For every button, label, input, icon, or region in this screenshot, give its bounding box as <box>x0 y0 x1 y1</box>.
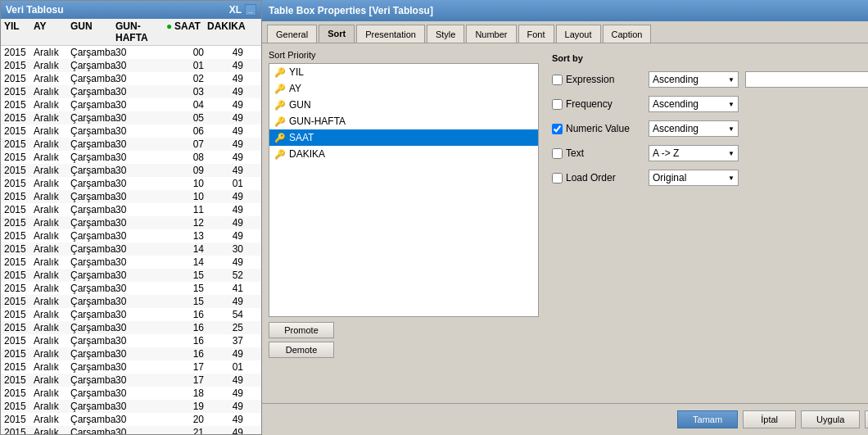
sortby-row: Text A -> Z ▼ <box>552 145 868 161</box>
sortby-label-text[interactable]: Text <box>552 147 642 159</box>
tab-general[interactable]: General <box>267 25 317 43</box>
sortby-checkbox-1[interactable] <box>552 99 563 110</box>
table-row: 2015 Aralık Çarşamba 30 15 52 <box>1 269 261 282</box>
sort-priority-label: Sort Priority <box>269 50 539 60</box>
sortby-label-load-order[interactable]: Load Order <box>552 172 642 184</box>
chevron-down-icon: ▼ <box>728 174 735 182</box>
demote-button[interactable]: Demote <box>269 342 334 358</box>
key-icon: 🔑 <box>274 67 286 78</box>
tab-style[interactable]: Style <box>427 25 464 43</box>
tab-layout[interactable]: Layout <box>556 25 601 43</box>
sortby-checkbox-3[interactable] <box>552 148 563 159</box>
table-row: 2015 Aralık Çarşamba 30 19 49 <box>1 400 261 413</box>
sort-list-item[interactable]: 🔑GUN <box>269 97 538 113</box>
sort-list[interactable]: 🔑YIL🔑AY🔑GUN🔑GUN-HAFTA🔑SAAT🔑DAKIKA <box>269 63 539 317</box>
table-row: 2015 Aralık Çarşamba 30 16 25 <box>1 321 261 334</box>
promote-button[interactable]: Promote <box>269 322 334 338</box>
expression-textbox[interactable] <box>745 71 868 88</box>
sortby-checkbox-4[interactable] <box>552 173 563 184</box>
table-row: 2015 Aralık Çarşamba 30 15 41 <box>1 282 261 295</box>
table-row: 2015 Aralık Çarşamba 30 18 49 <box>1 387 261 400</box>
table-row: 2015 Aralık Çarşamba 30 16 37 <box>1 334 261 347</box>
tab-sort[interactable]: Sort <box>319 25 355 43</box>
col-dot: ● <box>166 20 174 43</box>
sortby-label-text: Load Order <box>566 172 616 184</box>
table-row: 2015 Aralık Çarşamba 30 05 49 <box>1 111 261 125</box>
sort-list-item[interactable]: 🔑DAKIKA <box>269 146 538 162</box>
sortby-row: Load Order Original ▼ <box>552 170 868 186</box>
dialog-title: Table Box Properties [Veri Tablosu] <box>269 5 433 16</box>
table-row: 2015 Aralık Çarşamba 30 02 49 <box>1 72 261 85</box>
table-row: 2015 Aralık Çarşamba 30 13 49 <box>1 229 261 242</box>
table-data[interactable]: 2015 Aralık Çarşamba 30 00 49 2015 Aralı… <box>1 46 261 434</box>
chevron-down-icon: ▼ <box>728 150 735 157</box>
sortby-checkbox-0[interactable] <box>552 75 563 85</box>
dropdown-value: Ascending <box>653 123 698 134</box>
xl-icon: XL <box>229 4 242 16</box>
key-icon: 🔑 <box>274 84 286 94</box>
sortby-checkbox-2[interactable] <box>552 124 563 134</box>
table-row: 2015 Aralık Çarşamba 30 10 01 <box>1 177 261 190</box>
col-header-yil: YIL <box>4 20 34 43</box>
table-row: 2015 Aralık Çarşamba 30 00 49 <box>1 46 261 59</box>
dropdown-value: A -> Z <box>653 147 679 159</box>
help-button[interactable]: Yardım <box>865 410 868 428</box>
minimize-button[interactable]: _ <box>245 4 256 16</box>
sort-list-item[interactable]: 🔑GUN-HAFTA <box>269 113 538 129</box>
left-panel-title: Veri Tablosu <box>6 4 63 16</box>
ok-button[interactable]: Tamam <box>677 410 738 428</box>
sort-actions: Promote Demote <box>269 322 539 358</box>
sortby-label-frequency[interactable]: Frequency <box>552 98 642 110</box>
col-header-gun: GUN <box>70 20 115 43</box>
table-row: 2015 Aralık Çarşamba 30 17 49 <box>1 374 261 387</box>
sort-list-item[interactable]: 🔑YIL <box>269 64 538 80</box>
table-row: 2015 Aralık Çarşamba 30 08 49 <box>1 151 261 164</box>
tab-number[interactable]: Number <box>466 25 516 43</box>
apply-button[interactable]: Uygula <box>801 410 860 428</box>
tabs-bar: GeneralSortPresentationStyleNumberFontLa… <box>262 21 868 43</box>
sort-list-item[interactable]: 🔑AY <box>269 80 538 97</box>
dialog-footer: Tamam İptal Uygula Yardım <box>262 403 868 435</box>
sortby-dropdown-4[interactable]: Original ▼ <box>649 170 739 186</box>
sortby-label-text: Frequency <box>566 98 613 110</box>
tab-font[interactable]: Font <box>518 25 554 43</box>
sortby-panel: Sort by Expression Ascending ▼ Frequency… <box>545 50 868 396</box>
table-row: 2015 Aralık Çarşamba 30 17 01 <box>1 360 261 374</box>
sort-list-item[interactable]: 🔑SAAT <box>269 129 538 146</box>
left-panel-titlebar: Veri Tablosu XL _ <box>1 1 261 19</box>
table-row: 2015 Aralık Çarşamba 30 03 49 <box>1 85 261 98</box>
sortby-label-text: Text <box>566 147 584 159</box>
sortby-title: Sort by <box>552 53 868 63</box>
sort-item-label: GUN-HAFTA <box>289 116 346 127</box>
sortby-dropdown-0[interactable]: Ascending ▼ <box>649 71 739 88</box>
veri-tablosu-panel: Veri Tablosu XL _ YIL AY GUN GUN-HAFTA ●… <box>0 0 262 435</box>
sortby-label-numeric-value[interactable]: Numeric Value <box>552 123 642 134</box>
tab-presentation[interactable]: Presentation <box>356 25 425 43</box>
chevron-down-icon: ▼ <box>728 125 735 133</box>
sort-item-label: AY <box>289 83 301 94</box>
key-icon: 🔑 <box>274 133 286 143</box>
table-row: 2015 Aralık Çarşamba 30 09 49 <box>1 164 261 177</box>
sortby-dropdown-1[interactable]: Ascending ▼ <box>649 96 739 112</box>
col-header-ay: AY <box>34 20 70 43</box>
table-row: 2015 Aralık Çarşamba 30 20 49 <box>1 413 261 426</box>
sortby-row: Frequency Ascending ▼ <box>552 96 868 112</box>
col-header-saat: SAAT <box>174 20 207 43</box>
table-row: 2015 Aralık Çarşamba 30 06 49 <box>1 125 261 138</box>
dropdown-value: Original <box>653 172 686 184</box>
titlebar-controls: XL _ <box>229 4 256 16</box>
table-row: 2015 Aralık Çarşamba 30 11 49 <box>1 203 261 216</box>
key-icon: 🔑 <box>274 149 286 160</box>
sortby-label-expression[interactable]: Expression <box>552 74 642 85</box>
table-row: 2015 Aralık Çarşamba 30 15 49 <box>1 295 261 308</box>
cancel-button[interactable]: İptal <box>743 410 796 428</box>
chevron-down-icon: ▼ <box>728 76 735 84</box>
tab-caption[interactable]: Caption <box>603 25 652 43</box>
sort-priority-panel: Sort Priority 🔑YIL🔑AY🔑GUN🔑GUN-HAFTA🔑SAAT… <box>269 50 539 396</box>
sort-item-label: SAAT <box>289 132 314 143</box>
dropdown-value: Ascending <box>653 74 698 85</box>
sortby-dropdown-2[interactable]: Ascending ▼ <box>649 120 739 137</box>
table-row: 2015 Aralık Çarşamba 30 21 49 <box>1 426 261 434</box>
sortby-dropdown-3[interactable]: A -> Z ▼ <box>649 145 739 161</box>
col-header-gunhafta: GUN-HAFTA <box>115 20 166 43</box>
